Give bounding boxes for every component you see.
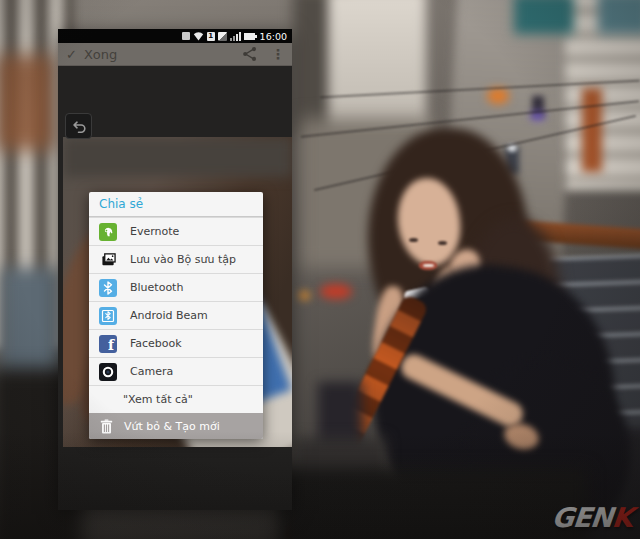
woman-smile — [423, 264, 434, 267]
share-option-label: Bluetooth — [130, 281, 183, 294]
bg-headlight — [487, 88, 509, 104]
share-option-label: Evernote — [130, 225, 179, 238]
bg-shape — [0, 268, 60, 380]
see-all-option[interactable]: "Xem tất cả" — [89, 385, 263, 413]
see-all-label: "Xem tất cả" — [123, 393, 193, 406]
sim-1-icon: 1 — [207, 32, 215, 41]
share-option-bluetooth[interactable]: Bluetooth — [89, 273, 263, 301]
woman-eye — [409, 238, 418, 242]
genk-logo-red: K — [610, 502, 633, 533]
done-button[interactable]: ✓ Xong — [66, 47, 117, 62]
genk-logo-white: GEN — [550, 502, 613, 533]
woman-eye — [438, 241, 447, 245]
status-bar: 1 16:00 — [58, 29, 292, 43]
battery-icon — [244, 33, 255, 40]
storage-icon — [218, 32, 227, 41]
wifi-icon — [193, 31, 204, 41]
phone-screenshot: 1 16:00 ✓ Xong ⋮ — [58, 29, 292, 510]
undo-button[interactable] — [65, 113, 92, 139]
notification-icon — [182, 32, 190, 40]
editor-canvas: Chia sẻ Evernote Lưu vào Bộ sưu tập — [58, 66, 292, 510]
bg-taillight — [320, 284, 352, 299]
signal-icon — [230, 31, 241, 41]
share-option-label: Camera — [130, 365, 173, 378]
photo-shape — [63, 137, 292, 177]
share-dialog-title: Chia sẻ — [89, 192, 263, 217]
share-icon[interactable] — [242, 46, 258, 62]
bg-shape — [514, 0, 574, 34]
genk-logo: GENK — [550, 502, 633, 533]
share-option-gallery[interactable]: Lưu vào Bộ sưu tập — [89, 245, 263, 273]
share-option-label: Facebook — [130, 337, 182, 350]
bluetooth-icon — [99, 279, 117, 297]
share-option-android-beam[interactable]: Android Beam — [89, 301, 263, 329]
editor-toolbar: ✓ Xong ⋮ — [58, 43, 292, 66]
bg-shape — [0, 55, 55, 150]
gallery-icon — [99, 251, 117, 269]
camera-icon — [99, 363, 117, 381]
android-beam-icon — [99, 307, 117, 325]
bg-shape — [278, 468, 588, 539]
discard-option[interactable]: Vứt bỏ & Tạo mới — [89, 413, 263, 439]
bg-shape — [582, 88, 602, 172]
share-option-facebook[interactable]: f Facebook — [89, 329, 263, 357]
trash-icon — [100, 419, 113, 434]
overflow-icon[interactable]: ⋮ — [271, 46, 285, 62]
screenshot-root: 1 16:00 ✓ Xong ⋮ — [0, 0, 640, 539]
share-option-camera[interactable]: Camera — [89, 357, 263, 385]
share-option-label: Android Beam — [130, 309, 208, 322]
bg-shape — [299, 291, 310, 300]
status-time: 16:00 — [260, 31, 287, 42]
check-icon: ✓ — [66, 47, 77, 62]
share-dialog: Chia sẻ Evernote Lưu vào Bộ sưu tập — [89, 192, 263, 439]
share-option-evernote[interactable]: Evernote — [89, 217, 263, 245]
facebook-icon: f — [99, 335, 117, 353]
evernote-icon — [99, 223, 117, 241]
undo-icon — [71, 119, 87, 134]
discard-label: Vứt bỏ & Tạo mới — [124, 420, 220, 433]
share-option-label: Lưu vào Bộ sưu tập — [130, 253, 236, 266]
done-label: Xong — [84, 47, 117, 62]
bg-shape — [598, 0, 640, 34]
